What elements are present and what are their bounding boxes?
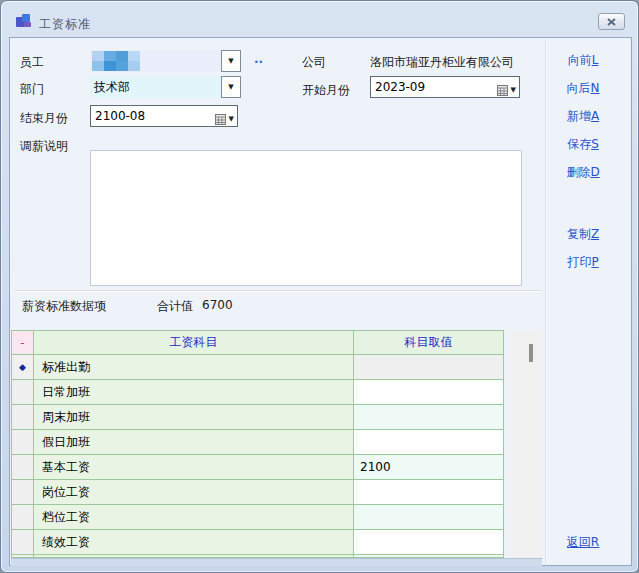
table-row[interactable]: 档位工资 — [12, 505, 503, 530]
employee-dropdown-button[interactable]: ▼ — [221, 50, 241, 72]
total-value: 6700 — [202, 298, 233, 312]
dialog-content: 员工 ▼ .. 公司 洛阳市瑞亚丹柜业有限公司 部门 技术部 ▼ 开始月份 20… — [9, 37, 632, 566]
table-row[interactable]: 周末加班 — [12, 405, 503, 430]
close-button[interactable] — [598, 13, 625, 30]
table-vertical-scrollbar[interactable] — [509, 330, 542, 558]
table-row[interactable]: 绩效工资 — [12, 530, 503, 555]
delete-button[interactable]: 删除D — [557, 164, 609, 181]
detail-title: 薪资标准数据项 — [22, 298, 106, 315]
chevron-down-icon: ▼ — [228, 83, 233, 91]
table-row[interactable]: 岗位工资 — [12, 480, 503, 505]
scrollbar-thumb[interactable] — [529, 344, 533, 362]
table-row[interactable]: 基本工资 2100 — [12, 455, 503, 480]
copy-button[interactable]: 复制Z — [557, 226, 609, 243]
forward-button[interactable]: 向前L — [557, 52, 609, 69]
end-month-field[interactable]: 2100-08 ▼ — [90, 105, 238, 127]
column-header-subject: 工资科目 — [34, 331, 354, 355]
return-button[interactable]: 返回R — [557, 534, 609, 551]
salary-items-table: - 工资科目 科目取值 ◆ 标准出勤 日常加班 周末加班 假日加班 — [11, 330, 504, 558]
end-month-label: 结束月份 — [20, 110, 68, 127]
remark-textarea[interactable] — [90, 150, 522, 286]
table-horizontal-scrollbar[interactable] — [11, 558, 542, 566]
add-button[interactable]: 新增A — [557, 108, 609, 125]
redacted-employee-name — [92, 51, 140, 71]
company-label: 公司 — [302, 54, 326, 71]
value-cell[interactable] — [354, 480, 503, 505]
value-cell[interactable]: 2100 — [354, 455, 503, 480]
calendar-icon — [497, 85, 508, 96]
backward-button[interactable]: 向后N — [557, 80, 609, 97]
value-cell[interactable] — [354, 430, 503, 455]
close-icon — [607, 18, 616, 26]
table-row[interactable]: 日常加班 — [12, 380, 503, 405]
calendar-icon — [215, 114, 226, 125]
department-dropdown-button[interactable]: ▼ — [221, 76, 241, 98]
save-button[interactable]: 保存S — [557, 136, 609, 153]
value-cell[interactable] — [354, 355, 503, 380]
value-cell[interactable] — [354, 380, 503, 405]
start-month-label: 开始月份 — [302, 82, 350, 99]
employee-browse-button[interactable]: .. — [254, 52, 263, 66]
department-combo[interactable]: 技术部 — [90, 76, 221, 98]
window-title: 工资标准 — [39, 16, 91, 33]
chevron-down-icon: ▼ — [511, 80, 516, 100]
employee-combo[interactable] — [90, 50, 221, 72]
chevron-down-icon: ▼ — [228, 57, 233, 65]
employee-label: 员工 — [20, 54, 44, 71]
start-month-field[interactable]: 2023-09 ▼ — [370, 76, 520, 98]
company-value: 洛阳市瑞亚丹柜业有限公司 — [370, 54, 514, 71]
button-panel-divider — [545, 40, 547, 564]
column-header-value: 科目取值 — [354, 331, 503, 355]
value-cell[interactable] — [354, 505, 503, 530]
remark-label: 调薪说明 — [20, 138, 68, 155]
app-icon — [15, 13, 33, 29]
titlebar[interactable]: 工资标准 — [1, 1, 638, 37]
salary-standard-window: 工资标准 员工 ▼ .. 公司 洛阳市瑞亚丹柜业有限公司 部门 技术部 ▼ 开始… — [0, 0, 639, 573]
value-cell[interactable] — [354, 530, 503, 555]
value-cell[interactable] — [354, 405, 503, 430]
table-row[interactable]: ◆ 标准出勤 — [12, 355, 503, 380]
marker-column-header: - — [12, 331, 34, 355]
current-row-icon: ◆ — [19, 362, 26, 372]
total-label: 合计值 — [157, 298, 193, 315]
divider — [14, 290, 542, 292]
chevron-down-icon: ▼ — [229, 109, 234, 129]
print-button[interactable]: 打印P — [557, 254, 609, 271]
table-header-row: - 工资科目 科目取值 — [12, 331, 503, 355]
department-label: 部门 — [20, 81, 44, 98]
table-row[interactable]: 假日加班 — [12, 430, 503, 455]
